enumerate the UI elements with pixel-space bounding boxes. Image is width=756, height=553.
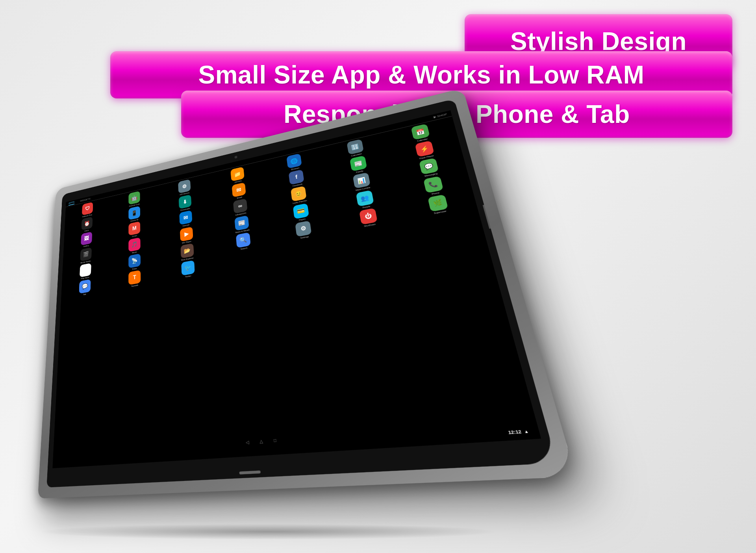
camera-dot — [234, 156, 237, 159]
apps-tab: APPS — [69, 200, 74, 206]
status-bar: 12:12 ▲ — [56, 425, 535, 466]
tablet-bezel: APPS WIDGETS ▶ SHOP 🛡 Adblock Plus 🤖 And… — [46, 99, 557, 488]
tablet-shadow — [37, 524, 498, 540]
home-nav-icon: △ — [259, 438, 263, 444]
status-time: 12:12 — [508, 429, 522, 435]
back-nav-icon: ◁ — [246, 440, 249, 445]
widgets-tab: WIDGETS — [80, 197, 91, 202]
volume-buttons — [483, 204, 493, 228]
tablet-screen: APPS WIDGETS ▶ SHOP 🛡 Adblock Plus 🤖 And… — [52, 110, 541, 468]
recents-nav-icon: □ — [273, 438, 276, 443]
wifi-icon: ▲ — [523, 429, 529, 434]
tablet-body: APPS WIDGETS ▶ SHOP 🛡 Adblock Plus 🤖 And… — [38, 88, 576, 499]
charging-port — [239, 471, 261, 475]
small-size-label: Small Size App & Works in Low RAM — [198, 60, 644, 89]
app-icons-grid: 🛡 Adblock Plus 🤖 Android Cure ⚙ API Demo… — [61, 118, 483, 300]
tablet-device: APPS WIDGETS ▶ SHOP 🛡 Adblock Plus 🤖 And… — [12, 118, 524, 532]
shop-button: ▶ SHOP — [433, 113, 447, 119]
